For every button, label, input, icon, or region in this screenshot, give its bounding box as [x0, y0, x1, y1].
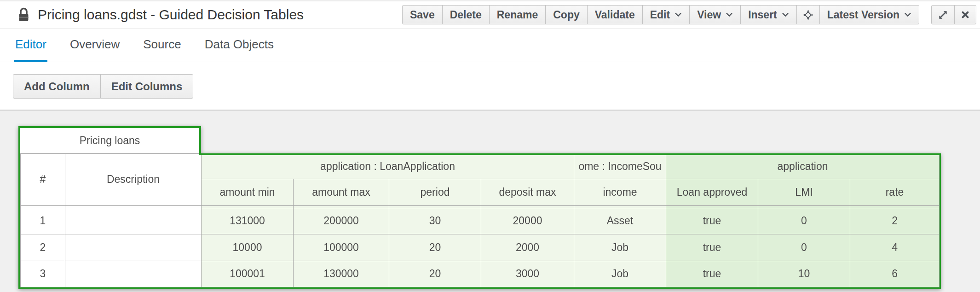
cell-amount-max[interactable]: 200000: [294, 208, 389, 234]
lock-icon: [17, 7, 30, 22]
decision-table-frame: # Description application : LoanApplicat…: [18, 153, 941, 289]
row-number-header: #: [21, 154, 65, 206]
add-column-button[interactable]: Add Column: [13, 74, 101, 99]
tab-bar: Editor Overview Source Data Objects: [0, 29, 980, 62]
insert-menu-label: Insert: [748, 9, 777, 21]
cell-deposit-max[interactable]: 3000: [481, 261, 574, 287]
view-menu-button[interactable]: View: [689, 5, 741, 24]
copy-button[interactable]: Copy: [545, 5, 588, 24]
column-header-rate[interactable]: rate: [850, 179, 940, 205]
chevron-down-icon: [782, 12, 789, 17]
pattern-header-income-source[interactable]: ome : IncomeSou: [574, 154, 666, 179]
cell-amount-min[interactable]: 100001: [202, 261, 294, 287]
cell-amount-max[interactable]: 130000: [294, 261, 389, 287]
actions-bar: Add Column Edit Columns: [0, 62, 980, 111]
maximize-diagonal-arrow-icon: [938, 10, 948, 20]
description-cell[interactable]: [65, 208, 202, 234]
cell-amount-min[interactable]: 131000: [202, 208, 294, 234]
column-header-amount-min[interactable]: amount min: [202, 179, 294, 205]
column-actions-group: Add Column Edit Columns: [13, 74, 980, 99]
toolbar: Save Delete Rename Copy Validate Edit Vi…: [402, 5, 976, 24]
decision-table-title: Pricing loans: [18, 126, 201, 153]
cell-deposit-max[interactable]: 20000: [481, 208, 574, 234]
view-menu-label: View: [697, 9, 721, 21]
maximize-button[interactable]: [931, 5, 955, 24]
cell-income[interactable]: Asset: [574, 208, 666, 234]
cell-amount-max[interactable]: 100000: [294, 234, 389, 261]
edit-columns-button[interactable]: Edit Columns: [100, 74, 194, 99]
cell-amount-min[interactable]: 10000: [202, 234, 294, 261]
decision-table: Pricing loans # Description applicati: [18, 126, 941, 289]
description-cell[interactable]: [65, 234, 202, 261]
column-header-period[interactable]: period: [389, 179, 481, 205]
delete-button[interactable]: Delete: [442, 5, 490, 24]
latest-version-button[interactable]: Latest Version: [819, 5, 919, 24]
cell-income[interactable]: Job: [574, 234, 666, 261]
column-header-income[interactable]: income: [574, 179, 666, 205]
latest-version-label: Latest Version: [827, 9, 899, 21]
editor-canvas: Pricing loans # Description applicati: [0, 111, 980, 291]
row-number-cell: 1: [21, 208, 65, 234]
title-bar: Pricing loans.gdst - Guided Decision Tab…: [0, 0, 980, 29]
column-header-deposit-max[interactable]: deposit max: [481, 179, 574, 205]
chevron-down-icon: [726, 12, 733, 17]
row-number-cell: 3: [21, 261, 65, 287]
cell-loan-approved[interactable]: true: [666, 261, 758, 287]
pattern-header-loan-application[interactable]: application : LoanApplication: [202, 154, 574, 179]
description-cell[interactable]: [65, 261, 202, 287]
description-header[interactable]: Description: [65, 154, 202, 206]
tab-overview[interactable]: Overview: [69, 29, 121, 62]
cell-loan-approved[interactable]: true: [666, 208, 758, 234]
rename-button[interactable]: Rename: [489, 5, 546, 24]
table-row: 2 10000 100000 20 2000 Job true 0 4: [21, 234, 940, 261]
decision-table-grid: # Description application : LoanApplicat…: [20, 153, 940, 287]
cell-lmi[interactable]: 10: [758, 261, 850, 287]
cell-lmi[interactable]: 0: [758, 208, 850, 234]
tab-data-objects[interactable]: Data Objects: [204, 29, 275, 62]
cell-lmi[interactable]: 0: [758, 234, 850, 261]
tab-editor[interactable]: Editor: [14, 29, 47, 62]
asset-toolbar-group: Save Delete Rename Copy Validate Edit Vi…: [402, 5, 919, 24]
guided-decision-tables-app: Pricing loans.gdst - Guided Decision Tab…: [0, 0, 980, 292]
close-button[interactable]: [954, 5, 976, 24]
edit-menu-label: Edit: [650, 9, 670, 21]
cell-period[interactable]: 20: [389, 234, 481, 261]
cell-deposit-max[interactable]: 2000: [481, 234, 574, 261]
insert-menu-button[interactable]: Insert: [740, 5, 797, 24]
tab-source[interactable]: Source: [142, 29, 182, 62]
row-number-cell: 2: [21, 234, 65, 261]
move-arrows-icon: [803, 10, 813, 20]
column-header-lmi[interactable]: LMI: [758, 179, 850, 205]
column-header-amount-max[interactable]: amount max: [294, 179, 389, 205]
edit-menu-button[interactable]: Edit: [642, 5, 690, 24]
cell-period[interactable]: 20: [389, 261, 481, 287]
cell-rate[interactable]: 4: [850, 234, 940, 261]
move-button[interactable]: [796, 5, 820, 24]
cell-income[interactable]: Job: [574, 261, 666, 287]
cell-loan-approved[interactable]: true: [666, 234, 758, 261]
cell-rate[interactable]: 6: [850, 261, 940, 287]
validate-button[interactable]: Validate: [587, 5, 643, 24]
chevron-down-icon: [674, 12, 682, 17]
decision-table-frame-edge: [199, 153, 941, 155]
panel-controls-group: [931, 5, 976, 24]
chevron-down-icon: [904, 12, 911, 17]
save-button[interactable]: Save: [402, 5, 443, 24]
cell-rate[interactable]: 2: [850, 208, 940, 234]
page-title: Pricing loans.gdst - Guided Decision Tab…: [38, 7, 304, 23]
pattern-header-application-actions[interactable]: application: [666, 154, 940, 179]
table-row: 3 100001 130000 20 3000 Job true 10 6: [21, 261, 940, 287]
column-header-loan-approved[interactable]: Loan approved: [666, 179, 758, 205]
cell-period[interactable]: 30: [389, 208, 481, 234]
table-row: 1 131000 200000 30 20000 Asset true 0 2: [21, 208, 940, 234]
close-x-icon: [961, 10, 970, 19]
